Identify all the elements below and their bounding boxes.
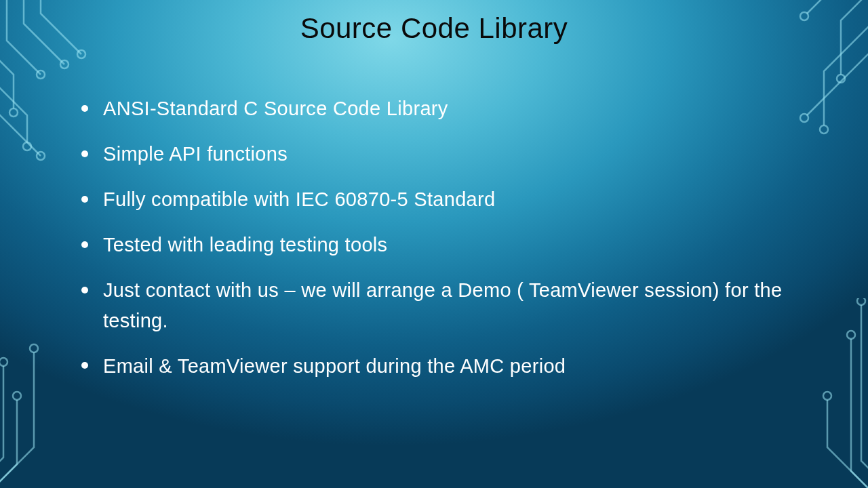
list-item: Fully compatible with IEC 60870-5 Standa… <box>75 184 787 215</box>
slide: Source Code Library ANSI-Standard C Sour… <box>0 0 868 488</box>
list-item: Email & TeamViewer support during the AM… <box>75 351 787 382</box>
bullet-list: ANSI-Standard C Source Code Library Simp… <box>75 94 787 382</box>
list-item: ANSI-Standard C Source Code Library <box>75 94 787 124</box>
list-item: Just contact with us – we will arrange a… <box>75 275 787 336</box>
list-item: Simple API functions <box>75 139 787 169</box>
slide-title: Source Code Library <box>54 12 814 45</box>
list-item: Tested with leading testing tools <box>75 230 787 260</box>
